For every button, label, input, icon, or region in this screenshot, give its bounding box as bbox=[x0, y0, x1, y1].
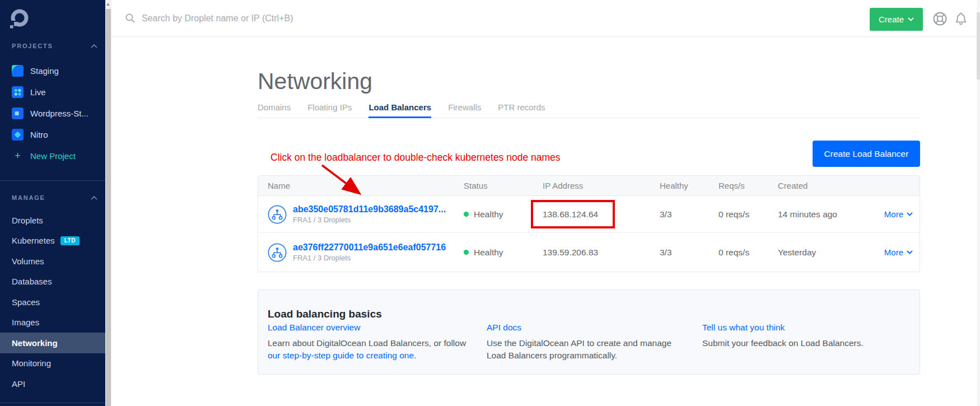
create-load-balancer-button[interactable]: Create Load Balancer bbox=[813, 141, 920, 167]
sidebar-item-databases[interactable]: Databases bbox=[0, 272, 105, 292]
column-header-ip: IP Address bbox=[543, 181, 660, 190]
column-header-created: Created bbox=[778, 181, 878, 190]
manage-label: Spaces bbox=[12, 297, 40, 307]
table-row[interactable]: ae376ff22770011e9a651e6eaf057716 FRA1 / … bbox=[258, 232, 920, 272]
healthy-count: 3/3 bbox=[660, 209, 718, 220]
healthy-count: 3/3 bbox=[660, 248, 718, 258]
tab-ptr-records[interactable]: PTR records bbox=[498, 102, 545, 118]
feedback-link[interactable]: Tell us what you think bbox=[702, 323, 785, 332]
sidebar-item-wordpress[interactable]: Wordpress-St... bbox=[0, 102, 105, 124]
screen: PROJECTS Staging bbox=[0, 0, 980, 406]
sidebar-item-spaces[interactable]: Spaces bbox=[0, 292, 105, 312]
sidebar-item-kubernetes[interactable]: Kubernetes LTD bbox=[0, 231, 105, 251]
loadbalancer-node-tree-icon bbox=[268, 243, 287, 262]
basics-title: Load balancing basics bbox=[268, 308, 382, 320]
sidebar-item-nitro[interactable]: Nitro bbox=[0, 124, 105, 145]
tab-firewalls[interactable]: Firewalls bbox=[448, 102, 481, 118]
annotation-arrow bbox=[316, 161, 378, 206]
project-label: Staging bbox=[30, 66, 59, 76]
manage-label: Volumes bbox=[12, 256, 44, 266]
project-label: Nitro bbox=[30, 130, 48, 139]
status-dot bbox=[464, 250, 469, 255]
requests-per-second: 0 reqs/s bbox=[718, 248, 778, 258]
notifications-button[interactable] bbox=[953, 11, 969, 26]
projects-section-label: PROJECTS bbox=[12, 43, 53, 49]
status-label: Healthy bbox=[474, 209, 503, 220]
loadbalancer-node-tree-icon bbox=[268, 205, 287, 224]
chevron-down-icon bbox=[908, 17, 914, 21]
chevron-down-icon bbox=[907, 250, 913, 254]
sidebar-scrollbar-thumb[interactable] bbox=[106, 9, 111, 406]
manage-label: Droplets bbox=[12, 216, 43, 225]
window-scrollbar-thumb[interactable] bbox=[977, 12, 980, 80]
requests-per-second: 0 reqs/s bbox=[718, 209, 778, 220]
new-project-button[interactable]: + New Project bbox=[0, 145, 105, 166]
plus-icon: + bbox=[12, 150, 24, 162]
manage-label: Images bbox=[12, 318, 39, 327]
chevron-up-icon bbox=[91, 196, 97, 200]
annotation-note: Click on the loadbalancer to double-chec… bbox=[270, 152, 561, 164]
api-docs-link[interactable]: API docs bbox=[487, 323, 521, 332]
project-staging-icon bbox=[12, 65, 24, 77]
ip-address: 139.59.206.83 bbox=[543, 248, 660, 258]
basics-column-overview: Load Balancer overview Learn about Digit… bbox=[268, 323, 487, 362]
manage-section-label: MANAGE bbox=[12, 194, 45, 201]
load-balancer-overview-link[interactable]: Load Balancer overview bbox=[268, 323, 360, 332]
sidebar-item-live[interactable]: Live bbox=[0, 81, 105, 102]
chevron-down-icon bbox=[907, 212, 913, 216]
tab-floating-ips[interactable]: Floating IPs bbox=[307, 102, 352, 118]
sidebar-item-volumes[interactable]: Volumes bbox=[0, 251, 105, 272]
basics-column-api: API docs Use the DigitalOcean API to cre… bbox=[487, 323, 702, 362]
basics-text: Use the DigitalOcean API to create and m… bbox=[487, 337, 685, 362]
sidebar-item-networking[interactable]: Networking bbox=[0, 333, 105, 353]
more-menu-button[interactable]: More bbox=[884, 209, 913, 219]
sidebar-item-droplets[interactable]: Droplets bbox=[0, 210, 105, 231]
step-by-step-guide-link[interactable]: our step-by-step guide to creating one. bbox=[268, 351, 416, 360]
more-label: More bbox=[884, 209, 903, 219]
search-input[interactable]: Search by Droplet name or IP (Ctrl+B) bbox=[125, 0, 293, 36]
manage-label: Kubernetes bbox=[12, 236, 55, 245]
loadbalancer-region: FRA1 / 3 Droplets bbox=[293, 216, 446, 224]
tab-bar: Domains Floating IPs Load Balancers Fire… bbox=[258, 102, 920, 118]
window-scrollbar[interactable] bbox=[977, 0, 980, 406]
sidebar-item-staging[interactable]: Staging bbox=[0, 60, 105, 81]
more-label: More bbox=[884, 248, 903, 257]
sidebar-divider bbox=[0, 403, 105, 403]
create-button[interactable]: Create bbox=[870, 8, 923, 31]
manage-list: Droplets Kubernetes LTD Volumes Database… bbox=[0, 210, 105, 394]
project-label: Wordpress-St... bbox=[30, 109, 88, 118]
projects-list: Staging Live Wordpress-St... bbox=[0, 60, 105, 166]
sidebar-item-monitoring[interactable]: Monitoring bbox=[0, 353, 105, 374]
created-time: 14 minutes ago bbox=[778, 209, 878, 220]
sidebar-item-api[interactable]: API bbox=[0, 374, 105, 394]
manage-section-header[interactable]: MANAGE bbox=[12, 194, 97, 201]
tab-load-balancers[interactable]: Load Balancers bbox=[368, 102, 431, 118]
sidebar-item-images[interactable]: Images bbox=[0, 312, 105, 333]
column-header-healthy: Healthy bbox=[660, 181, 718, 190]
search-placeholder: Search by Droplet name or IP (Ctrl+B) bbox=[142, 13, 293, 24]
help-button[interactable] bbox=[932, 11, 948, 26]
lifebuoy-icon bbox=[932, 11, 948, 26]
digitalocean-logo-icon[interactable] bbox=[7, 8, 30, 32]
status-label: Healthy bbox=[474, 248, 503, 258]
basics-text: Submit your feedback on Load Balancers. bbox=[702, 337, 901, 349]
basics-text: Learn about DigitalOcean Load Balancers,… bbox=[268, 338, 466, 348]
projects-section-header[interactable]: PROJECTS bbox=[12, 43, 97, 49]
project-nitro-icon bbox=[12, 129, 24, 141]
tab-domains[interactable]: Domains bbox=[258, 102, 291, 118]
loadbalancer-name-link[interactable]: abe350e05781d11e9b3689a5c4197... bbox=[293, 204, 446, 214]
search-icon bbox=[125, 13, 136, 24]
loadbalancer-name-link[interactable]: ae376ff22770011e9a651e6eaf057716 bbox=[293, 242, 446, 252]
scroll-up-arrow-icon[interactable] bbox=[106, 3, 110, 6]
chevron-up-icon bbox=[91, 44, 97, 48]
loadbalancer-region: FRA1 / 3 Droplets bbox=[293, 254, 446, 262]
created-time: Yesterday bbox=[778, 248, 878, 258]
sidebar-divider bbox=[0, 180, 105, 181]
sidebar-scrollbar[interactable] bbox=[105, 0, 111, 406]
annotation-highlight-box bbox=[531, 200, 615, 228]
basics-column-feedback: Tell us what you think Submit your feedb… bbox=[702, 323, 914, 362]
bell-icon bbox=[954, 11, 968, 26]
manage-label: Monitoring bbox=[12, 358, 51, 368]
more-menu-button[interactable]: More bbox=[884, 248, 913, 257]
column-header-status: Status bbox=[464, 181, 543, 190]
